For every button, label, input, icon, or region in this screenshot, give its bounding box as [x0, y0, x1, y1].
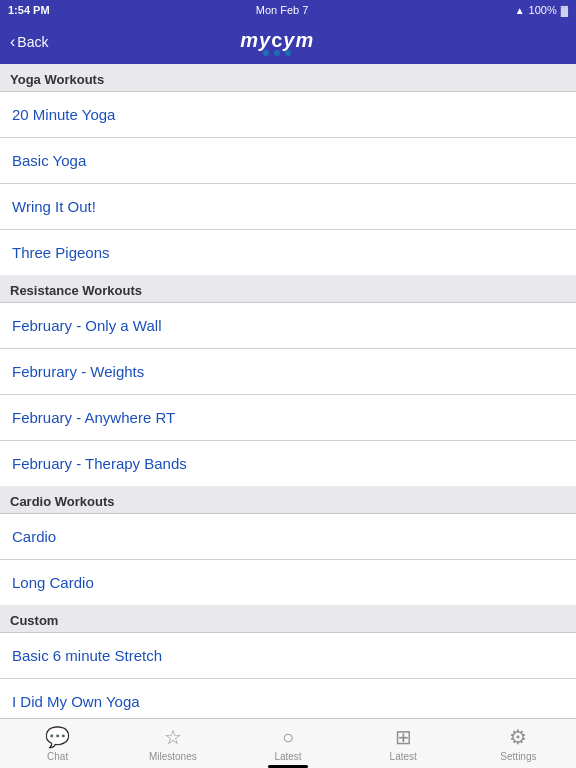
sections-container: Yoga Workouts20 Minute YogaBasic YogaWri…	[0, 64, 576, 768]
tab-milestones-label: Milestones	[149, 751, 197, 762]
workout-item-label: I Did My Own Yoga	[12, 693, 140, 710]
tab-latest-label: Latest	[274, 751, 301, 762]
workout-item-label: Februrary - Weights	[12, 363, 144, 380]
workout-item[interactable]: February - Anywhere RT	[0, 395, 576, 441]
workout-item-label: Wring It Out!	[12, 198, 96, 215]
tab-chat-label: Chat	[47, 751, 68, 762]
logo-dot-2	[274, 50, 280, 56]
workout-item-label: 20 Minute Yoga	[12, 106, 115, 123]
check-circle-icon: ○	[282, 726, 294, 749]
workout-item[interactable]: Basic Yoga	[0, 138, 576, 184]
workout-list-yoga: 20 Minute YogaBasic YogaWring It Out!Thr…	[0, 91, 576, 275]
section-header-custom: Custom	[0, 605, 576, 632]
workout-item-label: February - Only a Wall	[12, 317, 161, 334]
workout-item-label: Basic 6 minute Stretch	[12, 647, 162, 664]
nav-bar: ‹ Back mycym	[0, 20, 576, 64]
tab-settings-label: Settings	[500, 751, 536, 762]
back-chevron-icon: ‹	[10, 33, 15, 51]
workout-item-label: February - Anywhere RT	[12, 409, 175, 426]
battery-percent: 100%	[529, 4, 557, 16]
battery-icon: ▓	[561, 5, 568, 16]
workout-item[interactable]: February - Therapy Bands	[0, 441, 576, 486]
tab-feed-label: Latest	[390, 751, 417, 762]
status-bar: 1:54 PM Mon Feb 7 ▲ 100% ▓	[0, 0, 576, 20]
workout-item-label: Three Pigeons	[12, 244, 110, 261]
workout-item-label: Cardio	[12, 528, 56, 545]
status-day: Mon Feb 7	[256, 4, 309, 16]
section-header-resistance: Resistance Workouts	[0, 275, 576, 302]
nav-logo: mycym	[240, 29, 314, 56]
workout-item[interactable]: Long Cardio	[0, 560, 576, 605]
section-header-cardio: Cardio Workouts	[0, 486, 576, 513]
tab-milestones[interactable]: ☆ Milestones	[115, 719, 230, 768]
feed-icon: ⊞	[395, 725, 412, 749]
star-icon: ☆	[164, 725, 182, 749]
workout-item[interactable]: Wring It Out!	[0, 184, 576, 230]
tab-bar: 💬 Chat ☆ Milestones ○ Latest ⊞ Latest ⚙ …	[0, 718, 576, 768]
logo-dots	[263, 50, 291, 56]
workout-item[interactable]: 20 Minute Yoga	[0, 92, 576, 138]
workout-item[interactable]: Februrary - Weights	[0, 349, 576, 395]
workout-item[interactable]: Basic 6 minute Stretch	[0, 633, 576, 679]
scroll-content: Yoga Workouts20 Minute YogaBasic YogaWri…	[0, 64, 576, 768]
tab-latest[interactable]: ○ Latest	[230, 719, 345, 768]
gear-icon: ⚙	[509, 725, 527, 749]
status-right-icons: ▲ 100% ▓	[515, 4, 568, 16]
chat-icon: 💬	[45, 725, 70, 749]
logo-dot-3	[285, 50, 291, 56]
workout-item[interactable]: Cardio	[0, 514, 576, 560]
wifi-icon: ▲	[515, 5, 525, 16]
workout-item[interactable]: Three Pigeons	[0, 230, 576, 275]
workout-item-label: Basic Yoga	[12, 152, 86, 169]
workout-item-label: Long Cardio	[12, 574, 94, 591]
logo-dot-1	[263, 50, 269, 56]
workout-item-label: February - Therapy Bands	[12, 455, 187, 472]
tab-chat[interactable]: 💬 Chat	[0, 719, 115, 768]
logo-text: mycym	[240, 29, 314, 52]
workout-list-cardio: CardioLong Cardio	[0, 513, 576, 605]
status-time: 1:54 PM	[8, 4, 50, 16]
section-header-yoga: Yoga Workouts	[0, 64, 576, 91]
workout-list-resistance: February - Only a WallFebrurary - Weight…	[0, 302, 576, 486]
tab-feed[interactable]: ⊞ Latest	[346, 719, 461, 768]
back-label: Back	[17, 34, 48, 50]
back-button[interactable]: ‹ Back	[10, 33, 48, 51]
tab-settings[interactable]: ⚙ Settings	[461, 719, 576, 768]
workout-item[interactable]: February - Only a Wall	[0, 303, 576, 349]
